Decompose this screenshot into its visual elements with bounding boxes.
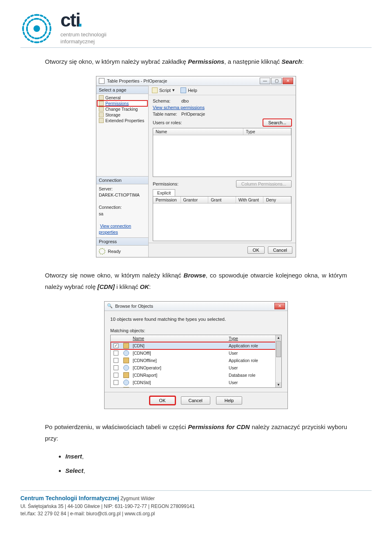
paragraph-1: Otworzy się okno, w którym należy wybrać… <box>45 56 347 68</box>
close-button[interactable]: ✕ <box>283 78 293 84</box>
perm-header-permission[interactable]: Permission <box>153 197 181 203</box>
minimize-button[interactable]: — <box>260 78 270 84</box>
sidebar-item-general[interactable]: General <box>97 95 147 101</box>
sidebar-select-page-title: Select a page <box>96 86 148 94</box>
footer-contact: tel./fax: 32 279 02 84 | e-mail: biuro@c… <box>20 510 372 517</box>
row-checkbox[interactable] <box>114 351 118 356</box>
sidebar-item-change-tracking[interactable]: Change Tracking <box>97 106 147 112</box>
perm-header-grant[interactable]: Grant <box>208 197 236 203</box>
search-button[interactable]: Search... <box>263 119 292 126</box>
footer-address: Ul. Świętojańska 35 | 44-100 Gliwice | N… <box>20 503 372 510</box>
table-row[interactable]: [CDNOffl]User <box>111 349 281 357</box>
dialog-titlebar[interactable]: Table Properties - PrlOperacje — ▢ ✕ <box>96 76 296 86</box>
logo-swirl-icon <box>20 12 53 45</box>
row-checkbox[interactable] <box>114 387 118 388</box>
page-header: cti. centrum technologii informatycznej <box>20 12 372 48</box>
row-checkbox[interactable] <box>114 373 118 378</box>
row-name: [CDNOperator] <box>131 365 227 370</box>
row-name: [CDNStdADO] <box>131 387 227 388</box>
row-type: Application role <box>227 343 281 348</box>
perm-header-deny[interactable]: Deny <box>263 197 291 203</box>
table-row[interactable]: [CDNStd]User <box>111 379 281 386</box>
user-icon <box>123 380 129 385</box>
table-name-value: PrlOperacje <box>181 112 205 116</box>
column-permissions-button[interactable]: Column Permissions... <box>236 180 292 188</box>
paragraph-2: Otworzy się nowe okno, w którym należy k… <box>45 270 347 293</box>
table-row[interactable]: [CDNStdADO]User <box>111 386 281 388</box>
scroll-thumb[interactable] <box>276 341 281 357</box>
perm-header-with-grant[interactable]: With Grant <box>236 197 264 203</box>
connection-info: Server: DAREK-CTI\OPTIMA Connection: sa … <box>96 184 148 237</box>
grid-scrollbar[interactable]: ▲ ▼ <box>275 335 281 387</box>
scroll-down-icon[interactable]: ▼ <box>276 382 281 387</box>
dialog-sidebar: Select a page General Permissions Change… <box>96 86 149 257</box>
table-row[interactable]: [CDNOperator]User <box>111 364 281 371</box>
application-role-icon <box>123 358 129 363</box>
paragraph-3: Po potwierdzeniu, w właściwościach tabel… <box>45 421 347 445</box>
list-item: Select, <box>65 467 372 474</box>
row-name: [CDNRaport] <box>131 373 227 378</box>
help-button[interactable]: Help <box>188 88 197 93</box>
table-row[interactable]: [CDNRaport]Database role <box>111 371 281 379</box>
perm-header-grantor[interactable]: Grantor <box>181 197 209 203</box>
row-name: [CDNOffline] <box>131 358 227 363</box>
grid-header-name[interactable]: Name <box>131 335 227 342</box>
matching-objects-label: Matching objects: <box>110 328 282 333</box>
row-type: Application role <box>227 358 281 363</box>
sidebar-item-permissions[interactable]: Permissions <box>97 101 147 106</box>
sidebar-item-extended-properties[interactable]: Extended Properties <box>97 118 147 123</box>
dialog-toolbar: Script ▾ Help <box>149 86 296 95</box>
cancel-button[interactable]: Cancel <box>268 246 292 254</box>
brand-name: cti. <box>60 12 107 28</box>
match-count-message: 10 objects were found matching the types… <box>110 317 282 322</box>
objects-grid[interactable]: Name Type ✓[CDN]Application role[CDNOffl… <box>110 335 282 388</box>
dialog-titlebar[interactable]: 🔍 Browse for Objects ✕ <box>105 302 287 311</box>
view-schema-permissions-link[interactable]: View schema permissions <box>153 105 205 110</box>
page-footer: Centrum Technologii Informatycznej Zygmu… <box>20 490 372 517</box>
application-role-icon <box>123 372 129 378</box>
logo-text: cti. centrum technologii informatycznej <box>60 12 107 45</box>
users-roles-grid[interactable]: Name Type <box>153 128 292 177</box>
table-row[interactable]: [CDNOffline]Application role <box>111 357 281 364</box>
view-connection-properties-link[interactable]: View connection properties <box>99 224 131 235</box>
row-name: [CDNStd] <box>131 380 227 385</box>
grid-header-type[interactable]: Type <box>227 335 281 342</box>
ok-button[interactable]: OK <box>150 396 175 405</box>
key-icon <box>123 387 129 388</box>
page-icon <box>99 118 104 123</box>
schema-value: dbo <box>181 98 189 103</box>
spinner-icon <box>99 248 105 255</box>
row-checkbox[interactable] <box>114 380 118 385</box>
progress-status: Ready <box>96 246 148 257</box>
help-icon <box>180 87 186 93</box>
help-button[interactable]: Help <box>216 396 243 405</box>
maximize-button[interactable]: ▢ <box>271 78 282 84</box>
row-checkbox[interactable] <box>114 365 118 370</box>
script-button[interactable]: Script <box>159 88 171 93</box>
scroll-up-icon[interactable]: ▲ <box>276 335 281 340</box>
row-checkbox[interactable]: ✓ <box>114 343 118 348</box>
dropdown-icon[interactable]: ▾ <box>172 87 175 93</box>
sidebar-progress-title: Progress <box>96 237 148 246</box>
user-icon <box>123 350 129 356</box>
page-icon <box>99 95 104 100</box>
close-button[interactable]: ✕ <box>274 303 285 309</box>
ok-button[interactable]: OK <box>247 246 265 254</box>
users-roles-label: Users or roles: <box>153 120 182 125</box>
list-item: Insert, <box>65 453 372 460</box>
cancel-button[interactable]: Cancel <box>181 396 210 405</box>
page-icon <box>99 107 104 112</box>
brand-subtitle: centrum technologii informatycznej <box>60 31 107 45</box>
table-row[interactable]: ✓[CDN]Application role <box>111 342 281 349</box>
row-type: Database role <box>227 373 281 378</box>
row-checkbox[interactable] <box>114 358 118 363</box>
browse-for-objects-dialog: 🔍 Browse for Objects ✕ 10 objects were f… <box>104 301 288 409</box>
user-icon <box>123 365 129 371</box>
tab-explicit[interactable]: Explicit <box>153 189 175 196</box>
grid-header-name[interactable]: Name <box>153 128 243 135</box>
sidebar-item-storage[interactable]: Storage <box>97 112 147 118</box>
grid-header-type[interactable]: Type <box>243 128 291 135</box>
row-type: User <box>227 387 281 388</box>
permissions-grid[interactable]: Permission Grantor Grant With Grant Deny <box>153 196 292 241</box>
page-icon <box>99 112 104 117</box>
